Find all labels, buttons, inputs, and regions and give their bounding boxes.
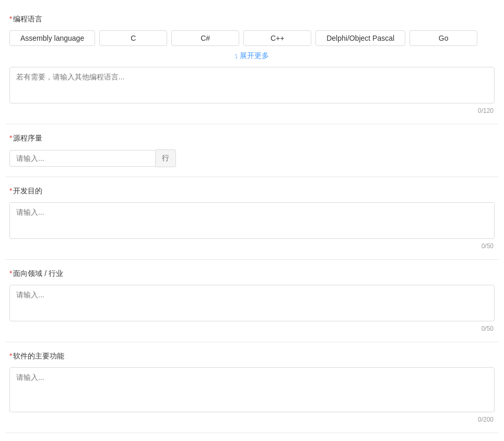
page: *编程语言 Assembly language C C# C++ Delphi/… [0,0,504,438]
required-star-lines: * [9,134,12,142]
domain-industry-textarea[interactable] [9,285,495,321]
required-star-features: * [9,352,12,360]
expand-more-link[interactable]: ⤵ 展开更多 [235,51,269,61]
main-features-section: *软件的主要功能 0/200 [5,342,499,433]
language-other-textarea[interactable] [9,67,495,103]
expand-more-label: 展开更多 [240,51,269,61]
lang-btn-csharp[interactable]: C# [171,30,239,46]
lang-btn-delphi[interactable]: Delphi/Object Pascal [315,30,405,46]
required-star-lang: * [9,15,12,23]
source-lines-title: *源程序量 [9,134,495,143]
source-lines-section: *源程序量 行 [5,124,499,177]
domain-industry-title: *面向领域 / 行业 [9,269,495,278]
main-features-textarea[interactable] [9,367,495,412]
dev-purpose-textarea[interactable] [9,202,495,239]
source-lines-input[interactable] [9,150,156,167]
domain-industry-char-count: 0/50 [9,325,495,332]
main-features-char-count: 0/200 [9,416,495,423]
programming-language-section: *编程语言 Assembly language C C# C++ Delphi/… [5,5,499,124]
programming-language-title: *编程语言 [9,15,495,24]
domain-industry-wrapper: 0/50 [9,285,495,332]
dev-purpose-char-count: 0/50 [9,242,495,250]
lang-btn-go[interactable]: Go [409,30,477,46]
source-lines-row: 行 [9,149,495,167]
dev-purpose-section: *开发目的 0/50 [5,177,499,260]
main-features-wrapper: 0/200 [9,367,495,423]
lang-btn-cpp[interactable]: C++ [243,30,311,46]
chevron-down-icon: ⤵ [235,53,238,59]
lang-btn-c[interactable]: C [99,30,167,46]
source-lines-unit: 行 [156,149,176,167]
dev-purpose-title: *开发目的 [9,187,495,196]
language-buttons-group: Assembly language C C# C++ Delphi/Object… [9,30,495,46]
language-other-wrapper: 0/120 [9,67,495,114]
dev-purpose-wrapper: 0/50 [9,202,495,250]
expand-more-row: ⤵ 展开更多 [9,51,495,61]
domain-industry-section: *面向领域 / 行业 0/50 [5,260,499,342]
language-char-count: 0/120 [9,107,495,114]
required-star-purpose: * [9,187,12,195]
main-features-title: *软件的主要功能 [9,352,495,361]
lang-btn-assembly[interactable]: Assembly language [9,30,95,46]
required-star-domain: * [9,269,12,277]
